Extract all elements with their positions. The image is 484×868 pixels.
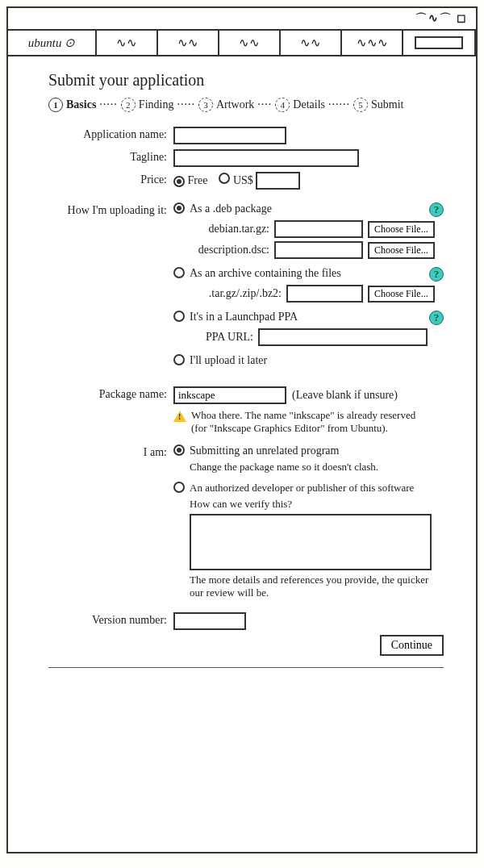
pkg-name-label: Package name: [48,386,173,401]
upload-ppa-label: It's in a Launchpad PPA [190,311,298,323]
upload-deb-radio[interactable] [173,202,185,214]
debian-tar-input[interactable] [274,220,363,238]
wizard-step-finding[interactable]: 2 Finding [121,98,174,112]
page-title: Submit your application [48,71,444,90]
upload-later-radio[interactable] [173,354,185,365]
ppa-url-input[interactable] [258,328,428,346]
nav-search [403,31,476,55]
verify-hint: The more details and references you prov… [190,574,440,599]
upload-deb-label: As a .deb package [190,202,272,215]
app-name-input[interactable] [173,127,286,144]
iam-authorized-radio[interactable] [173,482,185,493]
window-controls[interactable]: ⌒∿⌒ ◻ [415,11,469,26]
iam-unrelated-label: Submitting an unrelated program [190,444,444,457]
version-input[interactable] [173,612,246,630]
nav-tab-5[interactable]: ∿∿∿ [342,31,403,55]
debian-tar-label: debian.tar.gz: [193,223,269,236]
price-label: Price: [48,172,173,186]
price-usd-label: US$ [233,174,253,186]
verify-label: How can we verify this? [190,498,444,511]
pkg-name-hint: (Leave blank if unsure) [292,389,398,401]
help-ppa-icon[interactable]: ? [429,311,444,325]
nav-tab-4[interactable]: ∿∿ [281,31,342,55]
verify-textarea[interactable] [190,514,432,570]
wizard-step-details[interactable]: 4 Details [275,98,325,112]
warning-icon [173,411,186,422]
tagline-label: Tagline: [48,149,173,164]
help-archive-icon[interactable]: ? [429,267,444,282]
price-usd-input[interactable] [256,172,300,190]
desc-dsc-choose-button[interactable]: Choose File... [368,242,435,259]
debian-tar-choose-button[interactable]: Choose File... [368,221,435,238]
continue-button[interactable]: Continue [380,635,444,656]
pkg-name-warning: Whoa there. The name "inkscape" is alrea… [191,409,432,435]
version-label: Version number: [48,612,173,627]
archive-choose-button[interactable]: Choose File... [368,286,435,303]
archive-ext-label: .tar.gz/.zip/.bz2: [193,287,282,300]
window-titlebar: ⌒∿⌒ ◻ [8,8,476,31]
price-free-label: Free [188,174,208,186]
tagline-input[interactable] [173,149,359,167]
upload-label: How I'm uploading it: [48,202,173,217]
nav-tab-1[interactable]: ∿∿ [97,31,158,55]
ppa-url-label: PPA URL: [193,331,253,344]
app-name-label: Application name: [48,127,173,141]
iam-unrelated-radio[interactable] [173,444,185,456]
desc-dsc-input[interactable] [274,241,363,259]
help-deb-icon[interactable]: ? [429,202,444,217]
ubuntu-logo[interactable]: ubuntu ⊙ [8,31,97,55]
divider [48,667,444,668]
wizard-steps: 1 Basics ····· 2 Finding ····· 3 Artwork… [48,98,444,112]
iam-label: I am: [48,444,173,459]
wizard-step-artwork[interactable]: 3 Artwork [198,98,254,112]
upload-later-label: I'll upload it later [190,354,267,367]
pkg-name-input[interactable] [173,386,286,404]
iam-authorized-label: An authorized developer or publisher of … [190,482,440,495]
top-navbar: ubuntu ⊙ ∿∿ ∿∿ ∿∿ ∿∿ ∿∿∿ [8,31,476,56]
upload-ppa-radio[interactable] [173,311,185,322]
price-usd-radio[interactable] [219,173,230,184]
search-input[interactable] [415,36,463,49]
desc-dsc-label: description.dsc: [193,244,269,257]
archive-input[interactable] [286,285,363,303]
iam-unrelated-sub: Change the package name so it doesn't cl… [190,461,444,474]
upload-archive-label: As an archive containing the files [190,267,341,280]
upload-archive-radio[interactable] [173,267,185,278]
nav-tab-2[interactable]: ∿∿ [158,31,219,55]
wizard-step-basics[interactable]: 1 Basics [48,98,96,112]
nav-tab-3[interactable]: ∿∿ [219,31,281,55]
price-free-radio[interactable] [173,176,185,187]
wizard-step-submit[interactable]: 5 Submit [353,98,403,112]
